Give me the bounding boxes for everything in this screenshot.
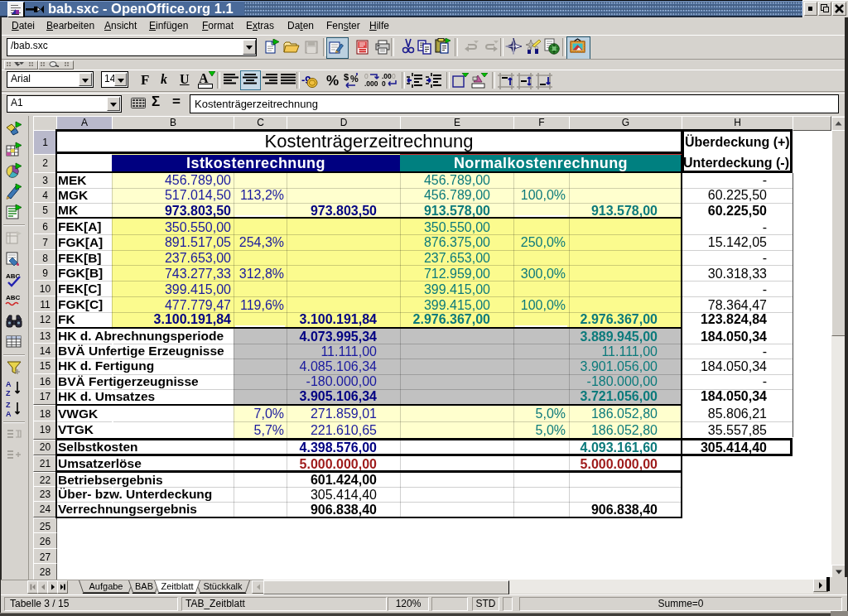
svg-text:.000: .000 xyxy=(364,79,378,88)
svg-text:A: A xyxy=(6,410,12,418)
svg-text:ABC: ABC xyxy=(6,294,21,301)
svg-text:Z: Z xyxy=(6,401,11,409)
svg-text:0: 0 xyxy=(392,72,396,80)
svg-text:0: 0 xyxy=(382,79,386,88)
svg-text:Z: Z xyxy=(6,389,11,397)
svg-text:A: A xyxy=(6,380,12,388)
svg-text:$: $ xyxy=(344,72,349,82)
